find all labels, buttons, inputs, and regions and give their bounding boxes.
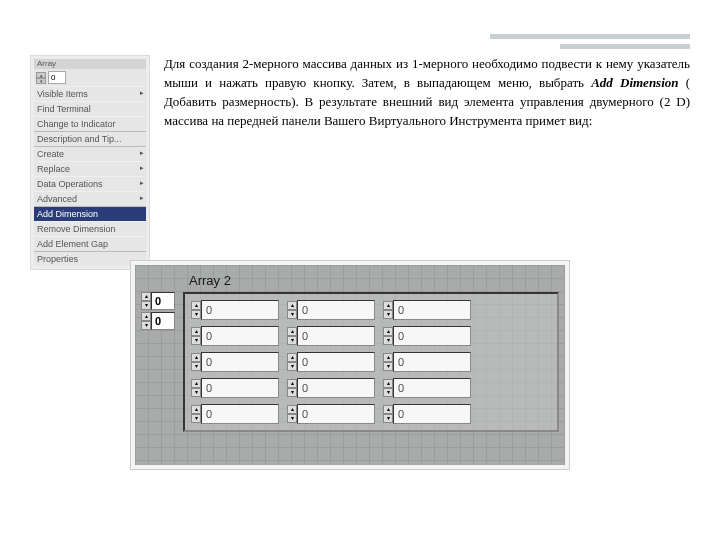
menu-item-7[interactable]: Advanced▸ xyxy=(34,191,146,206)
array-cell-4-0[interactable]: ▴▾0 xyxy=(191,404,279,424)
menu-item-10[interactable]: Add Element Gap xyxy=(34,236,146,251)
array-cell-2-2[interactable]: ▴▾0 xyxy=(383,352,471,372)
array-cell-3-1[interactable]: ▴▾0 xyxy=(287,378,375,398)
menu-item-2[interactable]: Change to Indicator xyxy=(34,116,146,131)
menu-item-6[interactable]: Data Operations▸ xyxy=(34,176,146,191)
array-cell-1-2[interactable]: ▴▾0 xyxy=(383,326,471,346)
cell-value[interactable]: 0 xyxy=(297,378,375,398)
context-menu-screenshot: Array ▴▾ 0 Visible Items▸Find TerminalCh… xyxy=(30,55,150,270)
index-value[interactable]: 0 xyxy=(151,312,175,330)
stepper-buttons[interactable]: ▴▾ xyxy=(36,72,46,84)
table-row: ▴▾0▴▾0▴▾0 xyxy=(191,300,551,320)
index-value[interactable]: 0 xyxy=(151,292,175,310)
stepper-buttons[interactable]: ▴▾ xyxy=(191,379,201,397)
submenu-arrow-icon: ▸ xyxy=(140,89,144,97)
menu-item-9[interactable]: Remove Dimension xyxy=(34,221,146,236)
cell-value[interactable]: 0 xyxy=(297,326,375,346)
cell-value[interactable]: 0 xyxy=(297,352,375,372)
stepper-buttons[interactable]: ▴▾ xyxy=(191,353,201,371)
stepper-buttons[interactable]: ▴▾ xyxy=(287,405,297,423)
cell-value[interactable]: 0 xyxy=(201,352,279,372)
array-cell-2-0[interactable]: ▴▾0 xyxy=(191,352,279,372)
cell-value[interactable]: 0 xyxy=(393,378,471,398)
stepper-buttons[interactable]: ▴▾ xyxy=(383,379,393,397)
stepper-buttons[interactable]: ▴▾ xyxy=(383,327,393,345)
cell-value[interactable]: 0 xyxy=(201,326,279,346)
array2-panel: Array 2 ▴▾0▴▾0 ▴▾0▴▾0▴▾0▴▾0▴▾0▴▾0▴▾0▴▾0▴… xyxy=(130,260,570,470)
menu-item-5[interactable]: Replace▸ xyxy=(34,161,146,176)
index-field[interactable]: 0 xyxy=(48,71,66,84)
cell-value[interactable]: 0 xyxy=(297,300,375,320)
submenu-arrow-icon: ▸ xyxy=(140,179,144,187)
cell-value[interactable]: 0 xyxy=(201,300,279,320)
array-data-frame: ▴▾0▴▾0▴▾0▴▾0▴▾0▴▾0▴▾0▴▾0▴▾0▴▾0▴▾0▴▾0▴▾0▴… xyxy=(183,292,559,432)
index-stepper[interactable]: ▴▾ 0 xyxy=(34,69,146,86)
cell-value[interactable]: 0 xyxy=(393,300,471,320)
decor-bar-1 xyxy=(490,34,690,39)
menu-item-8[interactable]: Add Dimension xyxy=(34,206,146,221)
para-command: Add Dimension xyxy=(591,75,678,90)
front-panel-grid: Array 2 ▴▾0▴▾0 ▴▾0▴▾0▴▾0▴▾0▴▾0▴▾0▴▾0▴▾0▴… xyxy=(135,265,565,465)
array-cell-3-0[interactable]: ▴▾0 xyxy=(191,378,279,398)
submenu-arrow-icon: ▸ xyxy=(140,194,144,202)
stepper-buttons[interactable]: ▴▾ xyxy=(287,353,297,371)
cell-value[interactable]: 0 xyxy=(297,404,375,424)
array-cell-0-2[interactable]: ▴▾0 xyxy=(383,300,471,320)
cell-value[interactable]: 0 xyxy=(201,378,279,398)
stepper-buttons[interactable]: ▴▾ xyxy=(383,353,393,371)
description-text: Для создания 2-мерного массива данных из… xyxy=(164,55,690,270)
array-cell-2-1[interactable]: ▴▾0 xyxy=(287,352,375,372)
stepper-buttons[interactable]: ▴▾ xyxy=(191,327,201,345)
stepper-buttons[interactable]: ▴▾ xyxy=(191,301,201,319)
decor-bar-2 xyxy=(560,44,690,49)
stepper-buttons[interactable]: ▴▾ xyxy=(287,379,297,397)
stepper-buttons[interactable]: ▴▾ xyxy=(383,405,393,423)
array-cell-1-0[interactable]: ▴▾0 xyxy=(191,326,279,346)
submenu-arrow-icon: ▸ xyxy=(140,149,144,157)
stepper-buttons[interactable]: ▴▾ xyxy=(141,292,151,310)
menu-topbar: Array xyxy=(34,59,146,69)
stepper-buttons[interactable]: ▴▾ xyxy=(287,301,297,319)
array-title: Array 2 xyxy=(183,271,559,290)
stepper-buttons[interactable]: ▴▾ xyxy=(191,405,201,423)
array-cell-4-1[interactable]: ▴▾0 xyxy=(287,404,375,424)
content-row: Array ▴▾ 0 Visible Items▸Find TerminalCh… xyxy=(30,55,690,270)
menu-item-0[interactable]: Visible Items▸ xyxy=(34,86,146,101)
array-body: ▴▾0▴▾0 ▴▾0▴▾0▴▾0▴▾0▴▾0▴▾0▴▾0▴▾0▴▾0▴▾0▴▾0… xyxy=(141,292,559,432)
table-row: ▴▾0▴▾0▴▾0 xyxy=(191,352,551,372)
cell-value[interactable]: 0 xyxy=(393,326,471,346)
stepper-buttons[interactable]: ▴▾ xyxy=(141,312,151,330)
array-index-0[interactable]: ▴▾0 xyxy=(141,292,175,310)
table-row: ▴▾0▴▾0▴▾0 xyxy=(191,404,551,424)
menu-item-4[interactable]: Create▸ xyxy=(34,146,146,161)
array-cell-0-1[interactable]: ▴▾0 xyxy=(287,300,375,320)
array-index-1[interactable]: ▴▾0 xyxy=(141,312,175,330)
menu-inner: Array ▴▾ 0 Visible Items▸Find TerminalCh… xyxy=(34,59,146,266)
submenu-arrow-icon: ▸ xyxy=(140,164,144,172)
table-row: ▴▾0▴▾0▴▾0 xyxy=(191,378,551,398)
stepper-buttons[interactable]: ▴▾ xyxy=(287,327,297,345)
stepper-buttons[interactable]: ▴▾ xyxy=(383,301,393,319)
array-cell-0-0[interactable]: ▴▾0 xyxy=(191,300,279,320)
menu-item-3[interactable]: Description and Tip... xyxy=(34,131,146,146)
array-cell-3-2[interactable]: ▴▾0 xyxy=(383,378,471,398)
cell-value[interactable]: 0 xyxy=(393,352,471,372)
menu-item-1[interactable]: Find Terminal xyxy=(34,101,146,116)
cell-value[interactable]: 0 xyxy=(393,404,471,424)
cell-value[interactable]: 0 xyxy=(201,404,279,424)
index-column: ▴▾0▴▾0 xyxy=(141,292,175,432)
array-cell-1-1[interactable]: ▴▾0 xyxy=(287,326,375,346)
table-row: ▴▾0▴▾0▴▾0 xyxy=(191,326,551,346)
array-cell-4-2[interactable]: ▴▾0 xyxy=(383,404,471,424)
